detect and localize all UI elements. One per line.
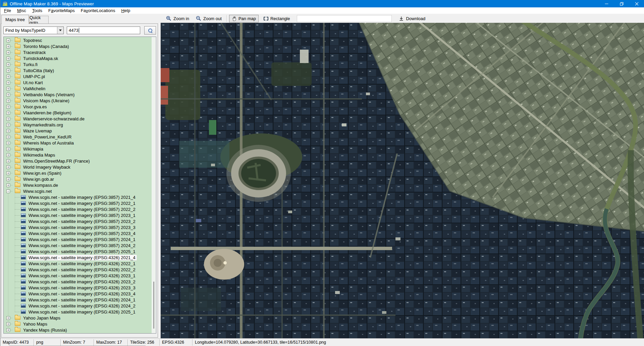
menu-item-file[interactable]: File <box>1 7 14 14</box>
tree-item-label: Whereis Maps of Australia <box>22 140 75 146</box>
tree-item-map[interactable]: Www.scgis.net - satellite imagery (EPSG:… <box>4 261 152 267</box>
tab-maps-tree[interactable]: Maps tree <box>1 15 29 24</box>
tree-item-folder[interactable]: +Wikimapia <box>4 146 152 152</box>
tree-item-folder[interactable]: +Visicom Maps (Ukraine) <box>4 98 152 104</box>
tree-item-map[interactable]: Www.scgis.net - satellite imagery (EPSG:… <box>4 285 152 291</box>
tree-item-folder[interactable]: +World Imagery Wayback <box>4 164 152 170</box>
tree-item-label: Www.scgis.net - satellite imagery (EPSG:… <box>28 261 137 266</box>
menu-item-favoritemaps[interactable]: FavoriteMaps <box>45 7 78 14</box>
tree-item-folder[interactable]: +Yahoo Japan Maps <box>4 315 152 321</box>
tree-item-folder[interactable]: +Visor.gva.es <box>4 104 152 110</box>
app-icon <box>2 1 8 6</box>
tree-item-folder[interactable]: −Www.scgis.net <box>4 188 152 194</box>
tab-quick-goto[interactable]: Quick goto <box>29 16 49 24</box>
tree-item-folder[interactable]: +Yahoo Maps <box>4 321 152 327</box>
zoom-out-button[interactable]: Zoom out <box>194 15 224 22</box>
tree-item-map[interactable]: Www.scgis.net - satellite imagery (EPSG:… <box>4 200 152 206</box>
download-button[interactable]: Download <box>396 15 428 22</box>
tree-item-folder[interactable]: +TuttoCitta (Italy) <box>4 67 152 73</box>
tree-vscroll-thumb[interactable] <box>153 282 154 329</box>
tree-item-map[interactable]: Www.scgis.net - satellite imagery (EPSG:… <box>4 212 152 218</box>
tree-item-folder[interactable]: +Yandex Maps (Russia) <box>4 327 152 333</box>
tree-item-folder[interactable]: +Wikimedia Maps <box>4 152 152 158</box>
tree-item-folder[interactable]: +Tracestrack <box>4 49 152 55</box>
tree-guide-stub <box>15 282 20 282</box>
menu-item-help[interactable]: Help <box>118 7 133 14</box>
tree-horizontal-scrollbar[interactable] <box>4 344 156 346</box>
tree-item-map[interactable]: Www.scgis.net - satellite imagery (EPSG:… <box>4 236 152 242</box>
tree-item-map[interactable]: Www.scgis.net - satellite imagery (EPSG:… <box>4 279 152 285</box>
tree-item-folder[interactable]: +Www.ign.es (Spain) <box>4 170 152 176</box>
menu-item-favoritelocations[interactable]: FavoriteLocations <box>78 7 118 14</box>
title-bar[interactable]: Offline Map Maker 8.369 - Maps Previewer <box>0 0 644 7</box>
pan-map-button[interactable]: Pan map <box>229 15 259 22</box>
tree-item-folder[interactable]: +Wanderservice-schwarzwald.de <box>4 116 152 122</box>
tree-guide-stub <box>10 70 12 71</box>
tree-guide-stub <box>15 257 20 258</box>
tree-item-map[interactable]: Www.scgis.net - satellite imagery (EPSG:… <box>4 291 152 297</box>
tree-item-folder[interactable]: +Topotresc <box>4 37 152 43</box>
tree-item-folder[interactable]: +Vietbando Maps (Vietnam) <box>4 92 152 98</box>
zoom-in-button[interactable]: Zoom in <box>164 15 192 22</box>
maps-type-id-input[interactable]: 4473 <box>67 26 140 34</box>
menu-item-misc[interactable]: Misc <box>14 7 29 14</box>
tree-item-map[interactable]: Www.scgis.net - satellite imagery (EPSG:… <box>4 206 152 212</box>
open-folder-icon <box>15 189 20 193</box>
tree-item-map[interactable]: Www.scgis.net - satellite imagery (EPSG:… <box>4 230 152 236</box>
tree-item-label: Wikimedia Maps <box>22 153 56 158</box>
search-button[interactable] <box>144 26 156 35</box>
tree-item-label: Www.scgis.net - satellite imagery (EPSG:… <box>28 303 137 308</box>
tree-guide-stub <box>10 119 12 119</box>
rectangle-button[interactable]: Rectangle <box>261 15 292 22</box>
tree-item-folder[interactable]: +TuristickaMapa.sk <box>4 55 152 61</box>
tree-item-map[interactable]: Www.scgis.net - satellite imagery (EPSG:… <box>4 242 152 248</box>
tree-guide-stub <box>15 306 20 306</box>
tree-item-map[interactable]: Www.scgis.net - satellite imagery (EPSG:… <box>4 224 152 230</box>
tree-item-folder[interactable]: +Toronto Maps (Canada) <box>4 43 152 49</box>
tree-item-label: Tracestrack <box>22 50 47 55</box>
close-button[interactable] <box>629 0 644 7</box>
tree-item-map[interactable]: Www.scgis.net - satellite imagery (EPSG:… <box>4 218 152 224</box>
tree-item-map[interactable]: Www.scgis.net - satellite imagery (EPSG:… <box>4 267 152 273</box>
tree-item-map[interactable]: Www.scgis.net - satellite imagery (EPSG:… <box>4 273 152 279</box>
tree-item-map[interactable]: Www.scgis.net - satellite imagery (EPSG:… <box>4 254 152 261</box>
folder-icon <box>15 74 20 78</box>
tree-item-label: Www.scgis.net - satellite imagery (EPSG:… <box>28 285 137 290</box>
folder-icon <box>15 56 20 60</box>
restore-button[interactable] <box>614 0 629 7</box>
tree-item-folder[interactable]: +ViaMichelin <box>4 85 152 92</box>
tree-vertical-scrollbar[interactable] <box>152 37 156 333</box>
menu-item-tools[interactable]: Tools <box>29 7 45 14</box>
tree-item-map[interactable]: Www.scgis.net - satellite imagery (EPSG:… <box>4 309 152 315</box>
map-layer-icon <box>21 292 26 296</box>
map-layer-icon <box>21 195 26 199</box>
tree-item-folder[interactable]: +Waymarkedtrails.org <box>4 122 152 128</box>
tree-item-folder[interactable]: +Turku.fi <box>4 61 152 67</box>
tree-item-folder[interactable]: +UMP-PC.pl <box>4 73 152 79</box>
tree-item-folder[interactable]: +Whereis Maps of Australia <box>4 140 152 146</box>
tree-item-folder[interactable]: +Waze Livemap <box>4 128 152 134</box>
tree-item-folder[interactable]: +Ut.no Kart <box>4 79 152 85</box>
tree-item-label: Www.scgis.net - satellite imagery (EPSG:… <box>28 195 137 200</box>
tree-item-map[interactable]: Www.scgis.net - satellite imagery (EPSG:… <box>4 194 152 200</box>
map-viewport[interactable] <box>161 23 644 339</box>
find-mode-dropdown[interactable]: Find by MapsTypeID <box>3 26 64 34</box>
tree-item-folder[interactable]: +Www.kompass.de <box>4 182 152 188</box>
tree-item-label: Www.scgis.net - satellite imagery (EPSG:… <box>28 249 137 254</box>
tree-item-map[interactable]: Www.scgis.net - satellite imagery (EPSG:… <box>4 303 152 309</box>
tree-item-label: Www.scgis.net - satellite imagery (EPSG:… <box>28 213 137 218</box>
tree-item-map[interactable]: Www.scgis.net - satellite imagery (EPSG:… <box>4 248 152 254</box>
toolbar-text-input[interactable] <box>297 15 392 22</box>
folder-icon <box>15 86 20 91</box>
tree-item-folder[interactable]: +Www.ign.gob.ar <box>4 176 152 182</box>
minimize-button[interactable] <box>599 0 614 7</box>
tree-item-folder[interactable]: +Wms.OpenStreetMap.FR (France) <box>4 158 152 164</box>
tree-item-folder[interactable]: +Web_PowerLine_KedUR <box>4 134 152 140</box>
dropdown-arrow-icon[interactable] <box>57 27 63 34</box>
map-layer-icon <box>21 249 26 253</box>
tree-guide-stub <box>10 131 12 131</box>
map-layer-icon <box>21 201 26 205</box>
tree-item-folder[interactable]: +Vlaanderen.be (Belgium) <box>4 110 152 116</box>
folder-icon <box>15 328 20 332</box>
tree-item-map[interactable]: Www.scgis.net - satellite imagery (EPSG:… <box>4 297 152 303</box>
